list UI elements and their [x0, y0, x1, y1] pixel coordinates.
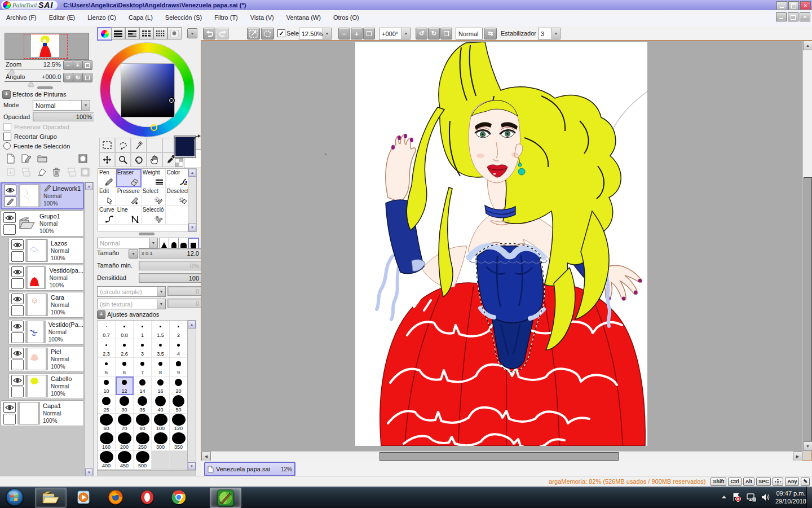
- layer-visibility-icon[interactable]: [11, 266, 24, 277]
- brush-size-120[interactable]: 120: [170, 414, 188, 432]
- tray-expand-icon[interactable]: [721, 495, 727, 500]
- brush-tip-triangle[interactable]: [159, 238, 169, 249]
- volume-icon[interactable]: [761, 493, 770, 501]
- brush-tip-dome[interactable]: [169, 238, 179, 249]
- brush-size-4[interactable]: 4: [170, 339, 188, 358]
- tool-selecció[interactable]: SeleccióS: [142, 206, 166, 225]
- brush-size-40[interactable]: 40: [152, 395, 170, 414]
- modifier-key-alt[interactable]: Alt: [743, 478, 754, 486]
- scratchpad-tab[interactable]: [167, 27, 182, 40]
- layer-visibility-icon[interactable]: [4, 185, 16, 195]
- selection-transform-button[interactable]: [261, 28, 274, 40]
- transfer-down-button[interactable]: [5, 166, 17, 178]
- brush-shape-combo[interactable]: (círculo simple)▼: [97, 286, 166, 297]
- layer-row-lazos[interactable]: LazosNormal100%: [8, 238, 84, 264]
- layers-scrollbar[interactable]: ▲ ▼: [85, 182, 94, 477]
- undo-button[interactable]: [203, 28, 215, 40]
- clip-group-row[interactable]: Recortar Grupo: [3, 133, 57, 141]
- rgb-slider-tab[interactable]: [111, 27, 125, 40]
- canvas-pasteboard[interactable]: [201, 41, 802, 451]
- paint-effects-expand-button[interactable]: +: [2, 90, 11, 99]
- brush-size-200[interactable]: 200: [116, 432, 134, 451]
- hand-tool[interactable]: [147, 152, 162, 167]
- min-size-slider[interactable]: 0%: [139, 261, 202, 270]
- layer-row-vestido-pa-[interactable]: Vestido(Pa...Normal100%: [8, 319, 84, 345]
- foreground-color-swatch[interactable]: [175, 137, 195, 157]
- layer-row-grupo1[interactable]: Grupo1Normal100%: [1, 211, 84, 237]
- brush-size-8[interactable]: 8: [152, 358, 170, 376]
- color-panel-menu-button[interactable]: ▼: [187, 28, 197, 38]
- brush-size-450[interactable]: 450: [116, 451, 134, 470]
- doc-close-button[interactable]: ×: [800, 12, 810, 21]
- taskbar-media-player[interactable]: [69, 488, 99, 507]
- nav-zoom-out-button[interactable]: −: [63, 60, 73, 70]
- brush-size-60[interactable]: 60: [98, 414, 116, 432]
- rotate-ccw-button[interactable]: ↺: [416, 28, 427, 40]
- layer-visibility-icon[interactable]: [11, 239, 24, 250]
- brush-size-scrollbar[interactable]: ▲ ▼: [187, 320, 196, 471]
- horizontal-scrollbar[interactable]: ◀ ▶: [201, 451, 802, 461]
- brush-size-slider[interactable]: x 0.112.0: [139, 248, 202, 259]
- selection-checkbox[interactable]: ✓: [277, 29, 285, 37]
- brush-size-3.5[interactable]: 3.5: [152, 339, 170, 358]
- layer-visibility-icon[interactable]: [3, 402, 16, 413]
- menu-editar[interactable]: Editar (E): [43, 10, 81, 25]
- minimize-button[interactable]: [776, 1, 787, 10]
- zoom-in-button[interactable]: +: [351, 28, 363, 40]
- tool-select[interactable]: SelectS: [142, 187, 166, 206]
- saturation-value-square[interactable]: [121, 63, 175, 117]
- layer-checkbox[interactable]: [11, 251, 24, 262]
- brush-size-250[interactable]: 250: [134, 432, 152, 451]
- nav-rotate-ccw-button[interactable]: ↺: [63, 73, 73, 82]
- menu-ventana[interactable]: Ventana (W): [280, 10, 327, 25]
- layer-checkbox[interactable]: [3, 224, 16, 235]
- tool-weight[interactable]: Weight: [142, 169, 166, 187]
- tool-pen[interactable]: Pen: [98, 169, 116, 187]
- layer-checkbox[interactable]: [11, 387, 24, 397]
- delete-layer-button[interactable]: [50, 166, 63, 178]
- brush-size-20[interactable]: 20: [170, 376, 188, 395]
- layer-row-vestido-pa-[interactable]: Vestido/pa...Normal100%: [8, 265, 84, 291]
- brush-size-100[interactable]: 100: [152, 414, 170, 432]
- brush-size-350[interactable]: 350: [170, 432, 188, 451]
- brush-size-scroll-down[interactable]: ▼: [188, 462, 196, 470]
- stabilizer-combo[interactable]: 3▼: [538, 28, 561, 40]
- lasso-tool[interactable]: [115, 138, 131, 152]
- action-center-icon[interactable]: [732, 493, 741, 502]
- menu-lienzo[interactable]: Lienzo (C): [81, 10, 122, 25]
- modifier-key-shift[interactable]: Shift: [710, 478, 726, 486]
- brush-tip-flat-dome[interactable]: [178, 238, 188, 249]
- layers-scroll-up[interactable]: ▲: [85, 182, 93, 190]
- pan-mode-button[interactable]: [773, 478, 783, 486]
- move-tool[interactable]: [99, 152, 115, 167]
- menu-vista[interactable]: Vista (V): [244, 10, 280, 25]
- menu-filtro[interactable]: Filtro (T): [208, 10, 244, 25]
- nav-rotate-cw-button[interactable]: ↻: [73, 73, 83, 82]
- brush-shape-value[interactable]: 0: [167, 286, 202, 296]
- brush-size-0.8[interactable]: 0.8: [116, 321, 134, 339]
- brush-size-5[interactable]: 5: [98, 358, 116, 376]
- tool-deselect[interactable]: DeselectS: [166, 187, 191, 206]
- brush-size-1[interactable]: 1: [134, 321, 152, 339]
- title-bar[interactable]: PaintTool SAI C:\Users\Angelica\Desktop\…: [0, 0, 812, 10]
- selection-source-row[interactable]: Fuente de Selección: [3, 142, 70, 150]
- rotate-cw-button[interactable]: ↻: [428, 28, 440, 40]
- layer-paint-target-icon[interactable]: [4, 196, 16, 207]
- layer-row-cara[interactable]: CaraNormal100%: [8, 292, 84, 318]
- layers-scroll-down[interactable]: ▼: [85, 468, 93, 476]
- network-icon[interactable]: [746, 493, 756, 502]
- scroll-left-button[interactable]: ◀: [201, 452, 211, 461]
- zoom-reset-button[interactable]: [363, 28, 375, 40]
- pen-mode-button[interactable]: ✎: [801, 478, 810, 486]
- vertical-scrollbar[interactable]: ▲ ▼: [802, 41, 812, 451]
- nav-angle-slider[interactable]: [28, 82, 34, 86]
- brush-size-0.7[interactable]: 0.7: [98, 321, 116, 339]
- brush-texture-value[interactable]: 0: [167, 299, 202, 308]
- taskbar-clock[interactable]: 09:47 p.m. 29/10/2018: [775, 489, 806, 505]
- navigator-viewport-rect[interactable]: [24, 34, 68, 59]
- layer-row-capa1[interactable]: Capa1Normal100%: [1, 400, 84, 426]
- layer-visibility-icon[interactable]: [11, 294, 24, 304]
- taskbar-painttool-sai[interactable]: [210, 488, 241, 508]
- brush-size-12[interactable]: 12: [116, 376, 134, 395]
- brush-size-400[interactable]: 400: [98, 451, 116, 470]
